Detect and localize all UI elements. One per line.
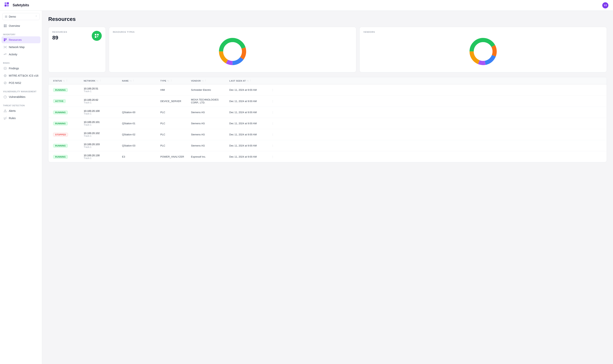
table-row[interactable]: ACTIVE 10.100.20.62 Track-1 DEVICE_SERVE… xyxy=(48,96,607,107)
last-seen-sort-icon[interactable]: ↑↓ xyxy=(247,80,249,82)
rules-icon xyxy=(3,117,7,120)
section-label-threat: THREAT DETECTION xyxy=(1,102,40,107)
network-sort-icon[interactable]: ↑↓ xyxy=(96,80,98,82)
type-sort-icon[interactable]: ↑↓ xyxy=(167,80,169,82)
td-row-menu[interactable]: ⋮ xyxy=(270,97,278,105)
table-row[interactable]: RUNNING 10.100.20.130 Track-1 E3 POWER_A… xyxy=(48,151,607,162)
td-status: RUNNING xyxy=(52,108,82,117)
td-network-name: Track-1 xyxy=(84,124,119,126)
td-name: QStation-01 xyxy=(120,119,159,128)
td-ip: 10.100.20.102 xyxy=(84,132,119,135)
td-type: PLC xyxy=(159,119,189,128)
td-network: 10.100.20.101 Track-1 xyxy=(82,118,120,129)
th-vendor: VENDOR ↑↓ ⋮ xyxy=(189,77,228,84)
alerts-icon xyxy=(3,109,7,113)
resource-types-chart xyxy=(113,35,352,68)
td-row-menu[interactable]: ⋮ xyxy=(270,130,278,139)
user-avatar[interactable]: VJ xyxy=(602,2,608,8)
vendors-donut xyxy=(468,36,498,67)
td-row-menu[interactable]: ⋮ xyxy=(270,108,278,117)
status-badge: ACTIVE xyxy=(53,99,66,103)
td-row-menu[interactable]: ⋮ xyxy=(270,153,278,161)
svg-rect-8 xyxy=(4,39,5,40)
cards-row: RESOURCES 89 RESOURCE TYPES xyxy=(48,27,607,72)
activity-label: Activity xyxy=(9,53,17,56)
td-status: RUNNING xyxy=(52,152,82,161)
th-last-seen: LAST SEEN AT ↑↓ ⋮ xyxy=(228,77,270,84)
sidebar-item-resources[interactable]: Resources xyxy=(1,36,40,43)
table-row[interactable]: RUNNING 10.100.20.101 Track-1 QStation-0… xyxy=(48,118,607,129)
table-row[interactable]: STOPPED 10.100.20.102 Track-1 QStation-0… xyxy=(48,129,607,140)
type-menu-icon[interactable]: ⋮ xyxy=(170,79,173,82)
status-badge: RUNNING xyxy=(53,88,68,92)
workspace-name: Demo xyxy=(9,15,16,18)
td-ip: 10.100.20.103 xyxy=(84,143,119,146)
nav-section-vuln: VULNERABILITY MANAGEMENT Vulnerabilities xyxy=(0,88,42,101)
status-menu-icon[interactable]: ⋮ xyxy=(66,79,68,82)
sidebar-item-rules[interactable]: Rules xyxy=(1,115,40,122)
td-last-seen: Dec 11, 2024 at 9:00 AM xyxy=(228,119,270,128)
svg-line-17 xyxy=(4,46,5,47)
sidebar: ⊞ Demo ⌃ Overview INVENTORY Resources xyxy=(0,11,42,364)
sidebar-item-findings[interactable]: Findings xyxy=(1,65,40,72)
mitre-label: MITRE ATT&CK ICS v16 xyxy=(9,74,39,77)
vendors-card: VENDORS xyxy=(359,27,607,72)
table-row[interactable]: RUNNING 10.100.20.51 Track-1 HMI Schneid… xyxy=(48,84,607,96)
overview-icon xyxy=(3,24,7,27)
sidebar-item-network-map[interactable]: Network Map xyxy=(1,44,40,51)
network-map-icon xyxy=(3,45,7,49)
network-menu-icon[interactable]: ⋮ xyxy=(99,79,102,82)
resources-icon xyxy=(3,38,7,41)
workspace-selector[interactable]: ⊞ Demo ⌃ xyxy=(2,13,40,20)
pce-nis2-icon xyxy=(3,81,7,85)
td-type: DEVICE_SERVER xyxy=(159,97,189,105)
chevron-icon: ⌃ xyxy=(35,15,37,18)
th-network-label: NETWORK xyxy=(84,80,95,82)
resources-table: STATUS ↑↓ ⋮ NETWORK ↑↓ ⋮ NAME ↑↓ ⋮ TYPE … xyxy=(48,77,607,162)
td-type: PLC xyxy=(159,108,189,117)
td-network: 10.100.20.130 Track-1 xyxy=(82,151,120,162)
name-sort-icon[interactable]: ↑↓ xyxy=(130,80,132,82)
resources-icon-circle xyxy=(92,31,102,41)
svg-line-19 xyxy=(4,47,5,48)
svg-rect-6 xyxy=(4,26,5,27)
td-name: QStation-00 xyxy=(120,108,159,117)
logo-text: Safetybits xyxy=(13,3,29,7)
td-network: 10.100.20.51 Track-1 xyxy=(82,84,120,95)
sidebar-item-activity[interactable]: Activity xyxy=(1,51,40,58)
status-sort-icon[interactable]: ↑↓ xyxy=(63,80,65,82)
status-badge: RUNNING xyxy=(53,155,68,159)
svg-point-49 xyxy=(474,42,493,61)
td-network: 10.100.20.103 Track-1 xyxy=(82,140,120,151)
name-menu-icon[interactable]: ⋮ xyxy=(132,79,135,82)
table-header: STATUS ↑↓ ⋮ NETWORK ↑↓ ⋮ NAME ↑↓ ⋮ TYPE … xyxy=(48,77,607,84)
vendor-menu-icon[interactable]: ⋮ xyxy=(204,79,207,82)
sidebar-item-alerts[interactable]: Alerts xyxy=(1,107,40,114)
table-row[interactable]: RUNNING 10.100.20.100 Track-1 QStation-0… xyxy=(48,107,607,118)
mitre-icon xyxy=(3,74,7,77)
last-seen-menu-icon[interactable]: ⋮ xyxy=(249,79,252,82)
td-row-menu[interactable]: ⋮ xyxy=(270,119,278,128)
svg-rect-3 xyxy=(5,2,7,4)
sidebar-item-overview[interactable]: Overview xyxy=(1,22,40,29)
sidebar-item-pce-nis2[interactable]: PCE-NIS2 xyxy=(1,79,40,86)
svg-line-18 xyxy=(5,46,6,47)
sidebar-item-vulnerabilities[interactable]: Vulnerabilities xyxy=(1,93,40,100)
td-status: STOPPED xyxy=(52,130,82,139)
td-row-menu[interactable]: ⋮ xyxy=(270,86,278,94)
td-row-menu[interactable]: ⋮ xyxy=(270,142,278,150)
resource-types-card: RESOURCE TYPES xyxy=(109,27,356,72)
svg-rect-7 xyxy=(5,26,7,27)
table-row[interactable]: RUNNING 10.100.20.103 Track-1 QStation-0… xyxy=(48,140,607,151)
vendor-sort-icon[interactable]: ↑↓ xyxy=(201,80,204,82)
td-vendor: Siemens AG xyxy=(189,142,228,150)
vendors-label: VENDORS xyxy=(363,31,603,33)
td-ip: 10.100.20.130 xyxy=(84,154,119,157)
status-badge: RUNNING xyxy=(53,122,68,125)
sidebar-item-mitre[interactable]: MITRE ATT&CK ICS v16 xyxy=(1,72,40,79)
td-type: HMI xyxy=(159,86,189,94)
svg-point-31 xyxy=(5,97,6,97)
resource-types-donut xyxy=(217,36,248,67)
main-layout: ⊞ Demo ⌃ Overview INVENTORY Resources xyxy=(0,11,613,364)
td-vendor: Siemens AG xyxy=(189,108,228,117)
